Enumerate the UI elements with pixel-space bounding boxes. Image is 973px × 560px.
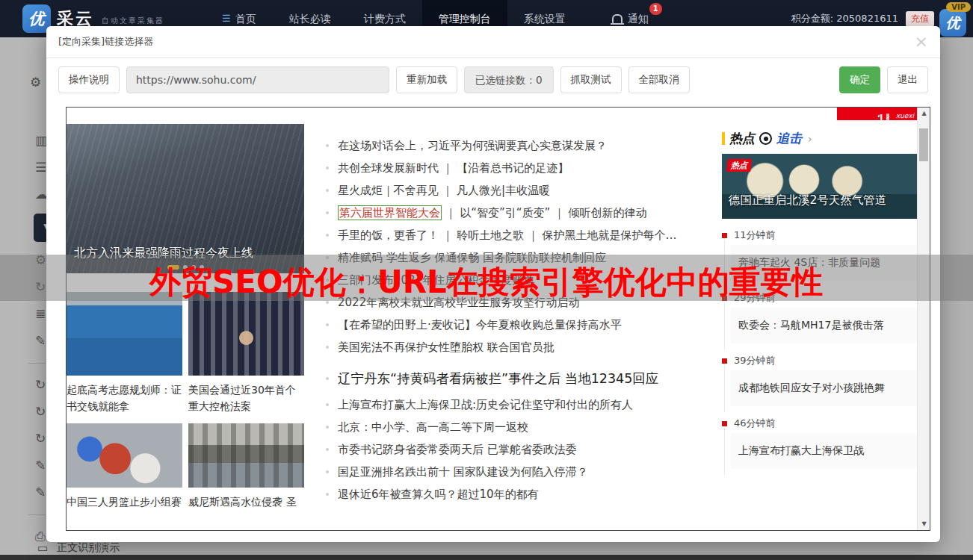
scroll-down-arrow[interactable]: ▼ <box>918 518 930 530</box>
vip-corner-logo[interactable]: 优 VIP <box>939 2 971 37</box>
hot-lead-title: 德国正重启北溪2号天然气管道 <box>729 193 886 208</box>
photo-card[interactable]: 起底高考志愿规划师：证书交钱就能拿 <box>67 292 182 414</box>
hero-carousel[interactable]: 北方入汛来最强降雨过程今夜上线 <box>67 124 304 273</box>
timeline-bullet-icon <box>722 358 727 364</box>
hot-lead-story[interactable]: 热点 德国正重启北溪2号天然气管道 <box>722 154 918 219</box>
top-ad-banner[interactable]: ʻJ ∦ xuexi <box>837 108 917 120</box>
corner-app-logo-icon: 优 <box>939 9 966 37</box>
hot-item-time-row: 46分钟前 <box>722 416 918 431</box>
news-headline[interactable]: 在这场对话会上，习近平为何强调要真心实意谋发展？ <box>324 134 724 157</box>
venice-image <box>188 423 304 488</box>
confirm-button[interactable]: 确定 <box>839 66 880 93</box>
news-headline[interactable]: 第六届世界智能大会 ｜ 以“智变”引“质变” ｜ 倾听创新的律动 <box>324 202 724 224</box>
hot-news-column: 热点 追击 › 热点 德国正重启北溪2号天然气管道 11分钟前奔驰车起火 4S店… <box>722 130 918 479</box>
news-headline[interactable]: 退休近6年被查算久吗？超过10年的都有 <box>324 483 724 505</box>
photo-grid-row: 起底高考志愿规划师：证书交钱就能拿美国会通过近30年首个重大控枪法案 <box>67 292 304 414</box>
photo-card[interactable]: 中国三人男篮止步小组赛 <box>67 423 182 510</box>
photo-card[interactable]: 美国会通过近30年首个重大控枪法案 <box>188 292 304 414</box>
hot-section-header[interactable]: 热点 追击 › <box>722 130 918 147</box>
news-headline[interactable]: 辽宁丹东“持黄码者看病被拦”事件之后 当地12345回应 <box>324 364 724 393</box>
brand-tagline: 自动文章采集器 <box>102 16 164 26</box>
academy-image <box>67 292 182 376</box>
hot-item-title[interactable]: 成都地铁回应女子对小孩跳艳舞 <box>731 370 918 406</box>
watermark-text: 外贸SEO优化：URL在搜索引擎优化中的重要性 <box>149 261 824 303</box>
hot-item-title[interactable]: 上海宣布打赢大上海保卫战 <box>731 433 918 469</box>
news-headline-list: 在这场对话会上，习近平为何强调要真心实意谋发展？共创全球发展新时代 ｜ 【沿着总… <box>324 134 724 505</box>
scroll-up-arrow[interactable]: ▲ <box>918 108 930 119</box>
grab-test-button[interactable]: 抓取测试 <box>560 66 622 93</box>
hot-item-title[interactable]: 欧委会：马航MH17是被俄击落 <box>731 308 918 343</box>
app-root: 优 采云 自动文章采集器 ☰首页站长必读计费方式管理控制台系统设置 通知 1 积… <box>0 0 973 560</box>
reload-button[interactable]: 重新加载 <box>396 66 457 93</box>
section-accent-bar <box>722 132 725 145</box>
selected-link-highlight[interactable]: 第六届世界智能大会 <box>338 205 442 220</box>
webview-scrollbar[interactable]: ▲ ▼ <box>917 108 930 530</box>
hot-title-left: 热点 <box>729 130 755 147</box>
cancel-all-button[interactable]: 全部取消 <box>628 66 690 93</box>
photo-grid-row: 中国三人男篮止步小组赛威尼斯遇高水位侵袭 圣 <box>67 423 304 510</box>
news-headline[interactable]: 美国宪法不再保护女性堕胎权 联合国官员批 <box>324 336 724 358</box>
timeline-bullet-icon <box>722 421 727 426</box>
biden-image <box>188 292 304 376</box>
news-headline[interactable]: 共创全球发展新时代 ｜ 【沿着总书记的足迹】 <box>324 157 724 179</box>
vip-badge: VIP <box>946 2 971 12</box>
hot-item-time: 46分钟前 <box>734 417 776 430</box>
photo-card[interactable]: 威尼斯遇高水位侵袭 圣 <box>188 423 304 510</box>
close-icon[interactable]: × <box>915 34 928 50</box>
modal-title: [定向采集]链接选择器 <box>58 35 153 49</box>
banner-fragment: ʻJ ∦ <box>877 113 890 120</box>
timeline-bullet-icon <box>722 233 727 238</box>
recharge-button[interactable]: 充值 <box>906 11 934 27</box>
hot-timeline-item: 39分钟前成都地铁回应女子对小孩跳艳舞 <box>722 353 918 406</box>
news-headline[interactable]: 上海宣布打赢大上海保卫战:历史会记住坚守和付出的所有人 <box>324 393 724 416</box>
target-icon <box>759 132 772 145</box>
banner-text: xuexi <box>896 112 914 119</box>
news-headline[interactable]: 北京：中小学、高一高二等下周一返校 <box>324 416 724 438</box>
photo-caption: 美国会通过近30年首个重大控枪法案 <box>188 382 304 414</box>
photo-caption: 起底高考志愿规划师：证书交钱就能拿 <box>67 382 182 414</box>
notification-badge: 1 <box>649 3 662 15</box>
hot-item-time: 11分钟前 <box>734 228 776 242</box>
hot-item-time-row: 11分钟前 <box>722 228 918 243</box>
exit-button[interactable]: 退出 <box>887 66 928 93</box>
credit-balance: 积分金额: 2050821611 <box>791 12 898 25</box>
navbar-right: 积分金额: 2050821611 充值 <box>791 11 934 27</box>
url-input[interactable] <box>126 66 389 93</box>
embedded-webpage: ʻJ ∦ xuexi 北方入汛来最强降雨过程今夜上线 起底高考志愿规划师：证书交… <box>66 107 930 531</box>
chevron-right-icon: › <box>808 133 812 145</box>
hot-item-time: 39分钟前 <box>734 354 776 367</box>
hot-item-time-row: 39分钟前 <box>722 353 918 368</box>
photo-caption: 中国三人男篮止步小组赛 <box>67 494 182 510</box>
scrollbar-thumb[interactable] <box>919 128 928 161</box>
modal-toolbar: 操作说明 重新加载 已选链接数：0 抓取测试 全部取消 确定 退出 <box>46 58 940 102</box>
photo-column: 北方入汛来最强降雨过程今夜上线 起底高考志愿规划师：证书交钱就能拿美国会通过近3… <box>67 124 304 510</box>
bell-icon <box>612 14 623 23</box>
news-headline[interactable]: 市委书记跻身省委常委两天后 已掌舵省委政法委 <box>324 438 724 461</box>
news-headline[interactable]: 星火成炬｜不舍再见 ｜ 凡人微光|丰收温暖 <box>324 179 724 202</box>
help-button[interactable]: 操作说明 <box>58 66 120 93</box>
news-headline[interactable]: 国足亚洲排名跌出前十 国家队建设为何陷入停滞？ <box>324 461 724 483</box>
news-headline[interactable]: 【在希望的田野上·麦收记】今年夏粮收购总量保持高水平 <box>324 314 724 336</box>
selected-count: 已选链接数：0 <box>464 66 554 93</box>
photo-caption: 威尼斯遇高水位侵袭 圣 <box>188 494 304 510</box>
hot-timeline-item: 46分钟前上海宣布打赢大上海保卫战 <box>722 416 918 469</box>
basketball-image <box>67 423 182 488</box>
hot-title-right: 追击 <box>776 130 802 147</box>
modal-header: [定向采集]链接选择器 × <box>46 26 940 58</box>
hot-badge: 热点 <box>726 159 752 172</box>
news-headline[interactable]: 手里的饭，更香了！ ｜ 聆听土地之歌 ｜ 保护黑土地就是保护每个… <box>324 224 724 246</box>
